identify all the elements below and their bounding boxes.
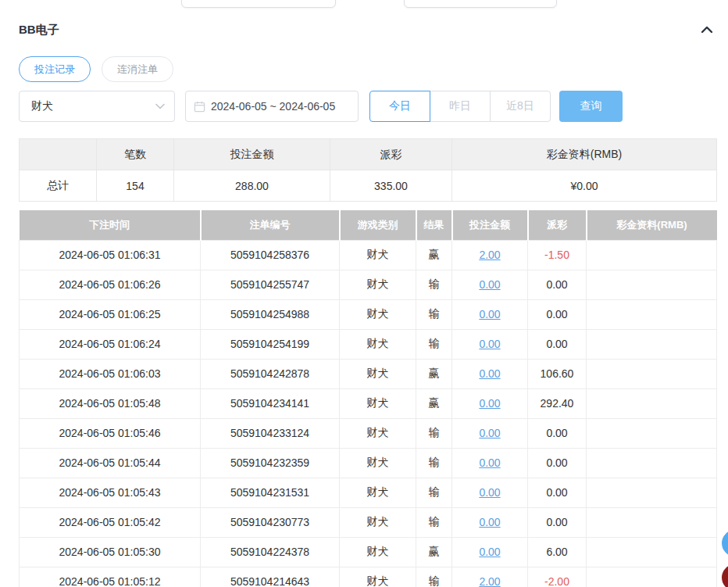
bet-amount-link[interactable]: 0.00 — [479, 338, 500, 350]
game-type-cell: 财犬 — [340, 567, 416, 587]
game-type-cell: 财犬 — [340, 537, 416, 567]
quick-range-today[interactable]: 今日 — [369, 91, 430, 122]
payout-cell: 0.00 — [528, 448, 587, 478]
order-number-cell: 5059104254199 — [201, 329, 340, 359]
result-cell: 输 — [416, 329, 452, 359]
bonus-cell — [587, 448, 717, 478]
game-type-cell: 财犬 — [340, 329, 416, 359]
table-row: 2024-06-05 01:05:435059104231531财犬输0.000… — [20, 478, 717, 507]
summary-column-header: 派彩 — [330, 139, 452, 170]
calendar-icon — [194, 101, 205, 113]
date-range-value: 2024-06-05 ~ 2024-06-05 — [211, 100, 335, 113]
records-column-header: 下注时间 — [20, 210, 201, 240]
table-row: 2024-06-05 01:05:305059104224378财犬赢0.006… — [20, 537, 717, 567]
result-cell: 输 — [416, 270, 452, 299]
bet-amount-cell: 0.00 — [452, 359, 528, 388]
tab-bet-records[interactable]: 投注记录 — [19, 56, 91, 82]
bet-amount-link[interactable]: 0.00 — [479, 546, 500, 558]
float-button-red[interactable] — [722, 564, 728, 587]
records-section: 下注时间注单编号游戏类别结果投注金额派彩彩金资料(RMB) 2024-06-05… — [19, 210, 717, 587]
summary-bonus: ¥0.00 — [452, 170, 717, 202]
top-input-right[interactable] — [404, 0, 557, 8]
records-column-header: 投注金额 — [452, 210, 528, 240]
quick-range-yesterday[interactable]: 昨日 — [430, 91, 491, 122]
bonus-cell — [587, 240, 717, 270]
search-button[interactable]: 查询 — [559, 91, 623, 122]
bet-amount-cell: 0.00 — [452, 478, 528, 507]
bet-amount-link[interactable]: 0.00 — [479, 278, 500, 291]
table-row: 2024-06-05 01:06:245059104254199财犬输0.000… — [20, 329, 717, 359]
result-cell: 输 — [416, 448, 452, 478]
bonus-cell — [587, 478, 717, 507]
bonus-cell — [587, 418, 717, 448]
payout-cell: 0.00 — [528, 299, 587, 329]
bet-amount-cell: 2.00 — [452, 240, 528, 270]
table-row: 2024-06-05 01:06:035059104242878财犬赢0.001… — [20, 359, 717, 388]
bet-time-cell: 2024-06-05 01:05:44 — [20, 448, 201, 478]
result-cell: 赢 — [416, 359, 452, 388]
summary-column-header — [20, 139, 97, 170]
summary-table: 笔数投注金额派彩彩金资料(RMB) 总计 154 288.00 335.00 ¥… — [19, 138, 717, 202]
summary-column-header: 笔数 — [97, 139, 174, 170]
bet-amount-link[interactable]: 0.00 — [479, 516, 500, 528]
bet-amount-link[interactable]: 0.00 — [479, 427, 500, 439]
payout-cell: -1.50 — [528, 240, 587, 270]
order-number-cell: 5059104214643 — [201, 567, 340, 587]
summary-payout: 335.00 — [330, 170, 452, 202]
summary-column-header: 投注金额 — [174, 139, 330, 170]
result-cell: 赢 — [416, 537, 452, 567]
table-row: 2024-06-05 01:06:315059104258376财犬赢2.00-… — [20, 240, 717, 270]
order-number-cell: 5059104254988 — [201, 299, 340, 329]
chevron-down-icon — [155, 103, 165, 109]
bet-amount-link[interactable]: 0.00 — [479, 456, 500, 469]
game-type-cell: 财犬 — [340, 299, 416, 329]
game-select[interactable]: 财犬 — [19, 91, 175, 122]
bet-amount-cell: 0.00 — [452, 388, 528, 418]
bet-amount-link[interactable]: 0.00 — [479, 367, 500, 380]
records-column-header: 彩金资料(RMB) — [587, 210, 717, 240]
bet-amount-link[interactable]: 2.00 — [479, 249, 500, 261]
quick-range-last-8-days[interactable]: 近8日 — [490, 91, 551, 122]
date-range-picker[interactable]: 2024-06-05 ~ 2024-06-05 — [185, 91, 359, 122]
bet-amount-link[interactable]: 2.00 — [479, 575, 500, 587]
order-number-cell: 5059104233124 — [201, 418, 340, 448]
result-cell: 输 — [416, 478, 452, 507]
table-row: 2024-06-05 01:06:255059104254988财犬输0.000… — [20, 299, 717, 329]
order-number-cell: 5059104258376 — [201, 240, 340, 270]
table-row: 2024-06-05 01:05:125059104214643财犬输2.00-… — [20, 567, 717, 587]
order-number-cell: 5059104231531 — [201, 478, 340, 507]
payout-cell: 0.00 — [528, 507, 587, 537]
bet-amount-link[interactable]: 0.00 — [479, 308, 500, 320]
page: BB电子 投注记录连消注单 财犬 2024-06-05 ~ — [0, 0, 728, 587]
bet-amount-cell: 0.00 — [452, 329, 528, 359]
payout-cell: 106.60 — [528, 359, 587, 388]
bet-amount-link[interactable]: 0.00 — [479, 486, 500, 499]
tab-bar: 投注记录连消注单 — [19, 56, 173, 82]
float-button-blue[interactable] — [722, 530, 728, 557]
table-row: 2024-06-05 01:05:485059104234141财犬赢0.002… — [20, 388, 717, 418]
bet-time-cell: 2024-06-05 01:06:25 — [20, 299, 201, 329]
result-cell: 输 — [416, 418, 452, 448]
records-column-header: 注单编号 — [201, 210, 340, 240]
bet-amount-cell: 2.00 — [452, 567, 528, 587]
top-input-left[interactable] — [181, 0, 336, 8]
payout-cell: 0.00 — [528, 329, 587, 359]
bonus-cell — [587, 567, 717, 587]
bonus-cell — [587, 270, 717, 299]
game-type-cell: 财犬 — [340, 507, 416, 537]
game-type-cell: 财犬 — [340, 388, 416, 418]
bet-amount-cell: 0.00 — [452, 299, 528, 329]
order-number-cell: 5059104242878 — [201, 359, 340, 388]
payout-cell: 0.00 — [528, 478, 587, 507]
result-cell: 输 — [416, 507, 452, 537]
records-column-header: 结果 — [416, 210, 452, 240]
bet-amount-link[interactable]: 0.00 — [479, 397, 500, 410]
tab-cancelled-orders[interactable]: 连消注单 — [102, 56, 173, 82]
panel-title: BB电子 — [19, 23, 59, 38]
order-number-cell: 5059104230773 — [201, 507, 340, 537]
summary-count: 154 — [97, 170, 174, 202]
summary-total-row: 总计 154 288.00 335.00 ¥0.00 — [20, 170, 717, 202]
game-select-value: 财犬 — [31, 99, 53, 113]
collapse-button[interactable] — [698, 22, 716, 38]
quick-range-group: 今日昨日近8日 — [369, 91, 551, 122]
